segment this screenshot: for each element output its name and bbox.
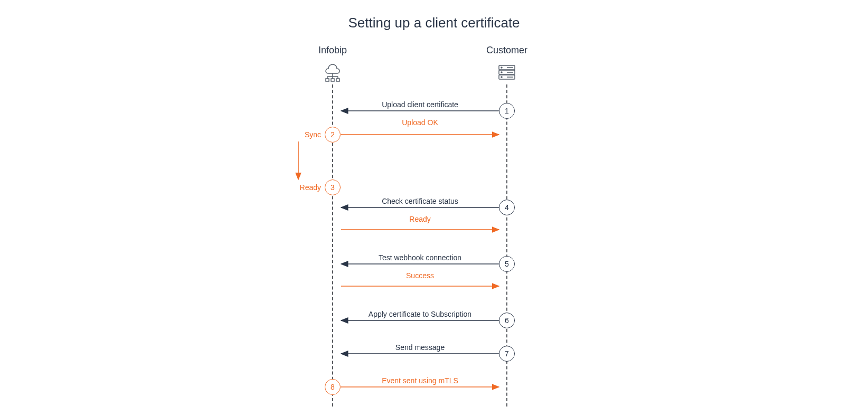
self-label-sync: Sync [264, 130, 321, 139]
server-icon [496, 62, 517, 84]
msg-check-status: Check certificate status [341, 197, 499, 205]
svg-point-11 [501, 67, 502, 68]
diagram-title: Setting up a client certificate [0, 15, 868, 31]
step-circle-2: 2 [325, 127, 341, 143]
msg-apply-cert: Apply certificate to Subscription [341, 310, 499, 318]
msg-success: Success [341, 271, 499, 280]
step-circle-3: 3 [325, 179, 341, 195]
msg-upload-cert: Upload client certificate [341, 100, 499, 109]
svg-rect-6 [331, 79, 334, 81]
actor-label-left: Infobip [296, 45, 370, 56]
step-circle-7: 7 [499, 346, 515, 362]
svg-point-12 [501, 72, 502, 73]
sequence-diagram: Setting up a client certificate Infobip … [0, 0, 868, 416]
step-circle-1: 1 [499, 103, 515, 119]
actor-label-right: Customer [470, 45, 544, 56]
msg-event-mtls: Event sent using mTLS [341, 376, 499, 385]
msg-ready: Ready [341, 215, 499, 223]
self-label-ready: Ready [264, 183, 321, 192]
msg-test-webhook: Test webhook connection [341, 253, 499, 262]
msg-upload-ok: Upload OK [341, 118, 499, 127]
svg-rect-5 [326, 79, 329, 81]
cloud-network-icon [322, 62, 343, 84]
step-circle-5: 5 [499, 256, 515, 272]
svg-point-13 [501, 77, 502, 78]
step-circle-8: 8 [325, 379, 341, 395]
step-circle-6: 6 [499, 313, 515, 328]
arrows-layer [0, 0, 868, 416]
msg-send-message: Send message [341, 343, 499, 352]
step-circle-4: 4 [499, 200, 515, 215]
svg-rect-7 [336, 79, 339, 81]
